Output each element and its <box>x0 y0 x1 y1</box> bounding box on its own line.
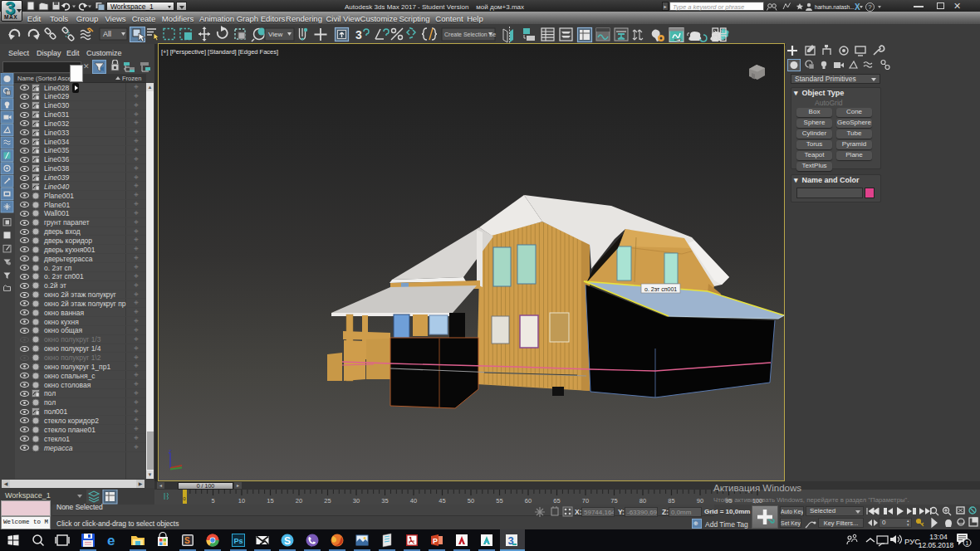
svg-text:45: 45 <box>439 497 445 505</box>
svg-text:50: 50 <box>468 497 474 505</box>
svg-text:40: 40 <box>410 497 417 505</box>
svg-text:60: 60 <box>525 497 532 505</box>
svg-text:15: 15 <box>267 497 273 505</box>
svg-text:75: 75 <box>610 497 617 505</box>
svg-text:25: 25 <box>324 497 331 505</box>
svg-text:20: 20 <box>296 497 302 505</box>
svg-text:All: All <box>103 30 111 38</box>
svg-text:1: 1 <box>966 540 969 546</box>
svg-text:S: S <box>284 535 291 547</box>
svg-text:85: 85 <box>668 497 674 505</box>
svg-text:P: P <box>433 537 438 545</box>
svg-text:Ps: Ps <box>234 537 243 545</box>
svg-text:90: 90 <box>697 497 703 505</box>
svg-text:3: 3 <box>355 28 362 41</box>
svg-text:S: S <box>184 536 190 545</box>
svg-text:10: 10 <box>238 497 245 505</box>
svg-text:13:04: 13:04 <box>929 533 948 541</box>
svg-text:30: 30 <box>353 497 360 505</box>
svg-text:о. 2эт сп001: о. 2эт сп001 <box>644 286 677 292</box>
svg-text:12.05.2018: 12.05.2018 <box>919 541 954 549</box>
svg-text:harhun.natash...: harhun.natash... <box>815 4 855 10</box>
svg-text:5: 5 <box>211 497 214 505</box>
svg-text:Create Selection Se: Create Selection Se <box>444 32 496 37</box>
svg-text:35: 35 <box>381 497 388 505</box>
svg-text:View: View <box>268 31 282 38</box>
svg-text:70: 70 <box>582 497 589 505</box>
svg-text:e: e <box>107 533 115 549</box>
svg-text:55: 55 <box>496 497 502 505</box>
svg-text:80: 80 <box>639 497 646 505</box>
svg-text:65: 65 <box>553 497 560 505</box>
